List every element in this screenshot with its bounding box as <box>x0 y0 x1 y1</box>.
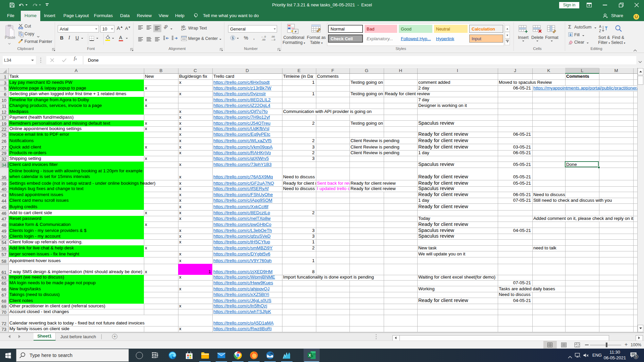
svg-text:→.0: →.0 <box>270 38 275 41</box>
svg-text:.00: .00 <box>271 35 275 38</box>
svg-text:A: A <box>599 25 601 28</box>
svg-text:.00: .00 <box>262 38 266 41</box>
svg-text:≠: ≠ <box>294 29 297 34</box>
svg-text:$: $ <box>232 36 234 40</box>
svg-text:Z: Z <box>599 29 601 33</box>
svg-text:←.0: ←.0 <box>261 35 266 38</box>
svg-text:X: X <box>309 353 311 357</box>
